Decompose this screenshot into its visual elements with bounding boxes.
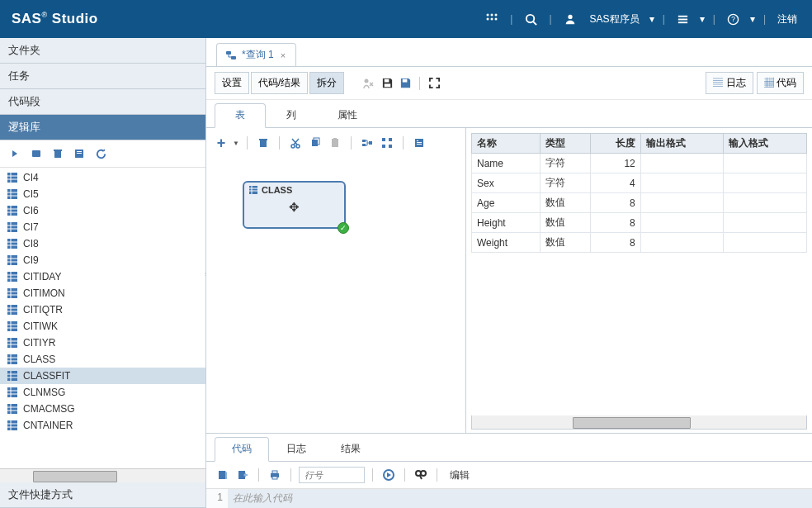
svg-rect-102 (389, 138, 392, 141)
expand-icon[interactable] (7, 145, 23, 162)
tab-log[interactable]: 日志 (269, 437, 323, 461)
trash-icon[interactable] (255, 135, 271, 151)
save-icon[interactable] (379, 75, 395, 92)
library-tree[interactable]: CI4CI5CI6CI7CI8CI9CITIDAYCITIMONCITIQTRC… (0, 168, 205, 468)
tree-item-classfit[interactable]: CLASSFIT (0, 368, 205, 384)
svg-rect-99 (362, 144, 366, 146)
cut-icon[interactable] (287, 135, 304, 151)
tree-item-citimon[interactable]: CITIMON (0, 285, 205, 301)
export-icon[interactable] (234, 467, 251, 483)
code-button[interactable]: ▦ 代码 (757, 72, 804, 94)
tree-item-ci6[interactable]: CI6 (0, 202, 205, 219)
content-panel: ⋮ *查询 1 × 设置 代码/结果 拆分 ▤ 日志 ▦ 代码 表 (206, 38, 812, 508)
tree-item-ci7[interactable]: CI7 (0, 219, 205, 235)
svg-rect-16 (54, 150, 62, 151)
copy-icon[interactable] (307, 135, 323, 151)
section-shortcuts[interactable]: 文件快捷方式 (0, 482, 205, 508)
svg-rect-32 (7, 222, 17, 232)
svg-rect-103 (382, 145, 385, 148)
svg-point-5 (495, 18, 498, 21)
layout-icon[interactable] (379, 135, 395, 151)
section-snippets[interactable]: 代码段 (0, 89, 205, 115)
tree-item-citiday[interactable]: CITIDAY (0, 268, 205, 285)
dataset-icon (7, 304, 18, 316)
tab-label: *查询 1 (242, 48, 274, 62)
more-icon[interactable] (673, 9, 693, 29)
tree-item-ci4[interactable]: CI4 (0, 169, 205, 186)
log-icon: ▤ (713, 77, 723, 88)
move-icon[interactable]: ✥ (289, 200, 300, 215)
lineno-input[interactable] (299, 467, 365, 483)
table-row[interactable]: Sex字符4 (472, 173, 807, 193)
new-library-icon[interactable] (28, 145, 45, 162)
table-row[interactable]: Age数值8 (472, 193, 807, 213)
table-row[interactable]: Weight数值8 (472, 233, 807, 253)
columns-scrollbar[interactable] (471, 415, 807, 430)
tree-item-class[interactable]: CLASS (0, 351, 205, 368)
programmer-icon[interactable] (560, 9, 580, 29)
svg-rect-56 (7, 321, 17, 331)
tree-item-cntainer[interactable]: CNTAINER (0, 417, 205, 434)
panel-splitter[interactable]: ⋮ (203, 273, 206, 298)
svg-text:?: ? (732, 15, 736, 23)
table-node-class[interactable]: CLASS ✥ ✓ (243, 181, 346, 229)
tab-code[interactable]: 代码 (215, 437, 269, 462)
fullscreen-icon[interactable] (426, 75, 442, 92)
table-row[interactable]: Name字符12 (472, 154, 807, 173)
table-row[interactable]: Height数值8 (472, 213, 807, 233)
goto-icon[interactable] (380, 467, 397, 483)
code-placeholder[interactable]: 在此输入代码 (228, 489, 812, 508)
col-header-informat[interactable]: 输入格式 (724, 134, 807, 154)
query-canvas[interactable]: CLASS ✥ ✓ (213, 156, 459, 426)
saveas-icon[interactable] (397, 75, 413, 92)
code-icon: ▦ (764, 77, 774, 88)
edit-label[interactable]: 编辑 (445, 468, 474, 482)
col-header-length[interactable]: 长度 (590, 134, 640, 154)
tree-item-clnmsg[interactable]: CLNMSG (0, 384, 205, 401)
delete-icon[interactable] (50, 145, 66, 162)
tree-item-cmacmsg[interactable]: CMACMSG (0, 401, 205, 417)
add-icon[interactable]: + (213, 135, 229, 151)
print-icon[interactable] (267, 467, 283, 483)
apps-icon[interactable] (482, 9, 502, 29)
open-icon[interactable] (215, 467, 231, 483)
col-header-type[interactable]: 类型 (540, 134, 590, 154)
section-tasks[interactable]: 任务 (0, 64, 205, 89)
tree-scrollbar[interactable] (0, 468, 205, 482)
search-icon[interactable] (521, 9, 541, 29)
code-results-button[interactable]: 代码/结果 (251, 72, 308, 94)
tree-item-citiyr[interactable]: CITIYR (0, 335, 205, 351)
tree-item-citiqtr[interactable]: CITIQTR (0, 301, 205, 318)
svg-rect-107 (417, 142, 422, 143)
find-icon[interactable] (413, 467, 429, 483)
col-header-name[interactable]: 名称 (472, 134, 541, 154)
tab-table[interactable]: 表 (215, 103, 266, 128)
tab-properties[interactable]: 属性 (317, 103, 378, 127)
tab-query-1[interactable]: *查询 1 × (216, 43, 296, 66)
tree-item-ci8[interactable]: CI8 (0, 235, 205, 252)
app-header: SAS® Studio | | SAS程序员▾ | ▾ | ?▾ | 注销 (0, 0, 812, 38)
tab-columns[interactable]: 列 (266, 103, 317, 127)
dataset-icon (7, 172, 18, 183)
col-header-outformat[interactable]: 输出格式 (640, 134, 724, 154)
code-editor[interactable]: 1 在此输入代码 (206, 488, 812, 508)
help-icon[interactable]: ? (724, 9, 744, 29)
tab-results[interactable]: 结果 (323, 437, 378, 461)
signout-button[interactable]: 注销 (774, 12, 800, 26)
svg-rect-19 (77, 153, 82, 154)
properties-icon[interactable] (71, 145, 87, 162)
tree-item-citiwk[interactable]: CITIWK (0, 318, 205, 335)
settings-button[interactable]: 设置 (215, 72, 249, 94)
section-folders[interactable]: 文件夹 (0, 38, 205, 64)
tree-item-ci9[interactable]: CI9 (0, 252, 205, 268)
close-icon[interactable]: × (279, 50, 287, 60)
user-menu[interactable]: SAS程序员 (587, 12, 643, 26)
refresh-icon[interactable] (92, 145, 109, 162)
view-icon[interactable] (411, 135, 427, 151)
log-button[interactable]: ▤ 日志 (706, 72, 753, 94)
join-icon[interactable] (359, 135, 375, 151)
svg-rect-44 (7, 272, 17, 282)
section-libraries[interactable]: 逻辑库 (0, 115, 205, 140)
tree-item-ci5[interactable]: CI5 (0, 186, 205, 202)
split-button[interactable]: 拆分 (309, 72, 344, 94)
